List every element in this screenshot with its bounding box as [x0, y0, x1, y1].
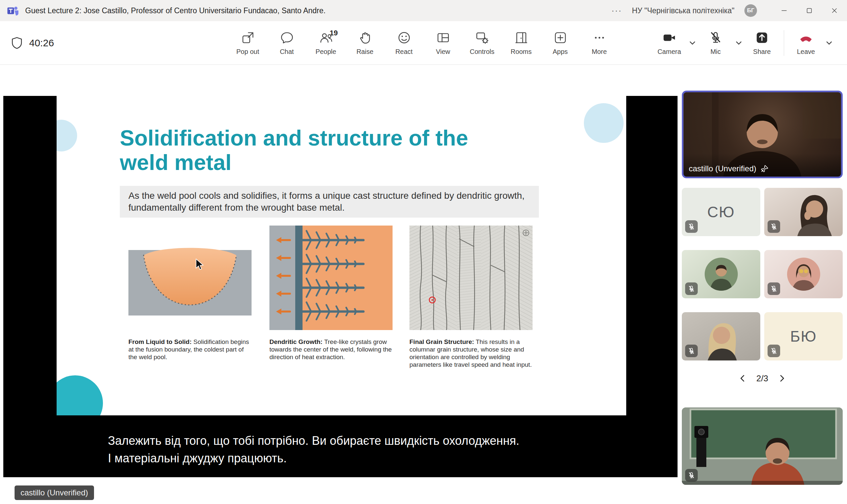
share-button[interactable]: Share — [745, 23, 778, 62]
meeting-toolbar: 40:26 Pop out Chat People 19 Raise — [0, 21, 847, 65]
participant-video-room[interactable] — [682, 408, 843, 485]
figure-caption: Final Grain Structure: This results in a… — [410, 338, 533, 368]
grain-structure-micrograph — [410, 226, 533, 330]
view-layout-icon — [436, 31, 450, 45]
participants-next-button[interactable] — [777, 373, 787, 383]
leave-options-chevron[interactable] — [823, 23, 836, 62]
camera-options-chevron[interactable] — [686, 23, 699, 62]
teams-logo-icon — [6, 4, 19, 17]
avatar — [787, 258, 820, 291]
window-titlebar: Guest Lecture 2: Jose Castillo, Professo… — [0, 0, 847, 21]
chevron-left-icon — [738, 373, 748, 383]
participant-tile[interactable]: СЮ — [682, 188, 760, 236]
chevron-down-icon — [734, 39, 743, 47]
pin-icon — [760, 164, 769, 173]
shared-screen-stage: Solidification and structure of theweld … — [3, 96, 677, 477]
mouse-cursor — [196, 258, 204, 271]
more-dots-icon — [592, 31, 607, 45]
meeting-title: Guest Lecture 2: Jose Castillo, Professo… — [25, 6, 326, 15]
decorative-circle — [57, 120, 77, 151]
caption-line: Залежить від того, що тобі потрібно. Ви … — [108, 432, 519, 449]
mic-muted-indicator — [685, 220, 698, 233]
mic-muted-indicator — [767, 220, 780, 233]
mic-muted-indicator — [767, 283, 780, 295]
chat-icon — [280, 31, 294, 45]
minimize-button[interactable] — [772, 0, 797, 21]
leave-call-icon — [799, 31, 813, 45]
titlebar-more-button[interactable]: ··· — [611, 6, 622, 16]
figure-caption: From Liquid to Solid: Solidification beg… — [128, 338, 252, 361]
controls-button[interactable]: Controls — [464, 23, 501, 62]
participants-prev-button[interactable] — [738, 373, 748, 383]
avatar — [705, 258, 738, 291]
view-button[interactable]: View — [425, 23, 462, 62]
participant-tile[interactable] — [682, 250, 760, 298]
caption-line: І матеріальні джуджу працюють. — [108, 449, 519, 467]
people-button[interactable]: People 19 — [308, 23, 345, 62]
participants-grid: СЮ — [682, 188, 843, 360]
figure-caption: Dendritic Growth: Tree-like crystals gro… — [270, 338, 393, 361]
close-button[interactable] — [822, 0, 847, 21]
org-name: НУ "Чернігівська політехніка" — [632, 6, 734, 15]
people-count-badge: 19 — [330, 29, 338, 37]
chat-button[interactable]: Chat — [269, 23, 306, 62]
participant-tile[interactable] — [764, 250, 843, 298]
chevron-down-icon — [688, 39, 697, 47]
figure-weld-pool: From Liquid to Solid: Solidification beg… — [128, 226, 252, 361]
react-smiley-icon — [397, 31, 411, 45]
figure-grain-structure: Final Grain Structure: This results in a… — [410, 226, 533, 368]
chevron-right-icon — [777, 373, 787, 383]
mic-muted-indicator — [685, 345, 698, 357]
participants-page-indicator: 2/3 — [756, 373, 768, 384]
participant-tile[interactable] — [764, 188, 843, 236]
rooms-button[interactable]: Rooms — [503, 23, 540, 62]
apps-button[interactable]: Apps — [542, 23, 579, 62]
apps-plus-icon — [553, 31, 568, 45]
participant-video-speaker[interactable]: castillo (Unverified) — [682, 91, 843, 178]
decorative-circle — [584, 103, 624, 143]
pop-out-icon — [241, 31, 255, 45]
participant-tile[interactable] — [682, 312, 760, 360]
camera-button[interactable]: Camera — [653, 23, 686, 62]
slide-intro-text: As the weld pool cools and solidifies, i… — [120, 186, 539, 218]
presenter-name-badge: castillo (Unverified) — [15, 485, 94, 500]
participants-pager: 2/3 — [682, 370, 843, 387]
share-icon — [755, 31, 769, 45]
presentation-slide: Solidification and structure of theweld … — [57, 96, 626, 415]
more-button[interactable]: More — [581, 23, 618, 62]
live-captions: Залежить від того, що тобі потрібно. Ви … — [108, 432, 519, 467]
toolbar-device-buttons: Camera Mic Share Leave — [653, 21, 836, 65]
pop-out-button[interactable]: Pop out — [229, 23, 266, 62]
raise-hand-icon — [358, 31, 373, 45]
user-avatar[interactable]: БГ — [744, 4, 757, 17]
decorative-circle — [57, 375, 103, 415]
maximize-button[interactable] — [797, 0, 822, 21]
mic-options-chevron[interactable] — [732, 23, 745, 62]
mic-muted-indicator — [767, 345, 780, 357]
speaker-name: castillo (Unverified) — [689, 164, 756, 173]
controls-gear-icon — [475, 31, 489, 45]
participants-panel: castillo (Unverified) СЮ — [682, 91, 843, 485]
leave-button[interactable]: Leave — [790, 23, 823, 62]
toolbar-divider — [784, 30, 784, 56]
mic-muted-indicator — [685, 283, 698, 295]
raise-hand-button[interactable]: Raise — [347, 23, 384, 62]
participant-tile[interactable]: БЮ — [764, 312, 843, 360]
weld-pool-diagram — [128, 226, 252, 330]
mic-button[interactable]: Mic — [699, 23, 732, 62]
react-button[interactable]: React — [385, 23, 423, 62]
mic-muted-icon — [708, 31, 723, 45]
camera-icon — [662, 31, 676, 45]
room-video — [682, 408, 843, 485]
teams-meeting-window: Guest Lecture 2: Jose Castillo, Professo… — [0, 0, 847, 504]
rooms-door-icon — [514, 31, 529, 45]
slide-title: Solidification and structure of theweld … — [120, 126, 468, 175]
dendritic-growth-diagram — [270, 226, 393, 330]
chevron-down-icon — [825, 39, 833, 47]
mic-muted-indicator — [685, 469, 698, 482]
figure-dendritic-growth: Dendritic Growth: Tree-like crystals gro… — [270, 226, 393, 361]
